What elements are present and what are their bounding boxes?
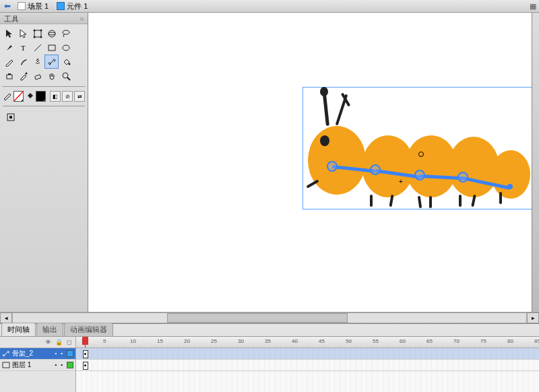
lock-dot[interactable]: •: [61, 362, 63, 368]
svg-rect-20: [9, 116, 12, 119]
swap-colors-button[interactable]: ⇄: [74, 91, 85, 102]
bottom-panel: 时间轴 输出 动画编辑器 👁 🔒 ◻ 骨架_2••图层 1•• 15101520…: [0, 323, 539, 392]
caterpillar-artwork[interactable]: +: [303, 87, 532, 208]
outline-header-icon[interactable]: ◻: [67, 339, 71, 346]
keyframe[interactable]: [83, 362, 88, 370]
svg-point-7: [63, 30, 69, 34]
svg-rect-10: [49, 45, 55, 51]
3d-rotation-tool[interactable]: [44, 26, 59, 40]
right-panel-edge[interactable]: [532, 13, 539, 312]
oval-tool[interactable]: [59, 40, 73, 55]
stage[interactable]: +: [88, 13, 532, 312]
timeline-frames[interactable]: 1510152025303540455055606570758085909510…: [76, 337, 539, 392]
layer-name[interactable]: 图层 1: [12, 360, 53, 370]
tools-grid: T: [0, 24, 88, 85]
tool-options: [0, 108, 88, 126]
svg-rect-21: [3, 362, 9, 368]
fill-swatch[interactable]: [36, 91, 46, 102]
svg-point-4: [40, 36, 42, 38]
scroll-left-button[interactable]: ◂: [0, 313, 12, 323]
transform-origin: +: [399, 178, 403, 185]
breadcrumb-symbol[interactable]: 元件 1: [54, 1, 90, 12]
paint-bucket-tool[interactable]: [59, 55, 73, 69]
stroke-color-icon: [3, 91, 12, 102]
ruler-tick: 60: [400, 338, 406, 344]
svg-point-12: [68, 63, 70, 65]
visibility-header-icon[interactable]: 👁: [45, 339, 51, 346]
tab-anim-editor[interactable]: 动画编辑器: [64, 323, 113, 336]
visibility-dot[interactable]: •: [55, 350, 57, 357]
subselection-tool[interactable]: [16, 26, 30, 40]
snap-option[interactable]: [4, 110, 17, 123]
bw-swatch-button[interactable]: ◧: [50, 91, 61, 102]
leg: [499, 192, 502, 204]
tab-output[interactable]: 输出: [36, 323, 63, 336]
canvas-hscroll[interactable]: ◂ ▸: [0, 312, 539, 323]
bone-joint[interactable]: [457, 172, 468, 183]
symbol-label: 元件 1: [67, 1, 88, 11]
zoom-tool[interactable]: [59, 69, 73, 83]
deco-tool[interactable]: [30, 55, 44, 69]
ruler-tick: 20: [184, 338, 190, 344]
svg-point-5: [49, 30, 55, 37]
scroll-thumb[interactable]: [167, 313, 348, 323]
edit-scene-icon[interactable]: ▦: [530, 2, 536, 11]
lock-dot[interactable]: •: [61, 350, 63, 357]
bone-joint[interactable]: [414, 170, 425, 181]
layer-row[interactable]: 图层 1••: [0, 360, 75, 371]
timeline-ruler[interactable]: 1510152025303540455055606570758085909510…: [76, 337, 539, 348]
ruler-tick: 25: [211, 338, 217, 344]
frame-row[interactable]: [76, 360, 539, 371]
pencil-tool[interactable]: [2, 55, 16, 69]
lock-header-icon[interactable]: 🔒: [55, 339, 63, 346]
breadcrumb-scene[interactable]: 场景 1: [15, 1, 51, 12]
svg-point-3: [33, 36, 35, 38]
bone-joint[interactable]: [370, 164, 381, 175]
line-tool[interactable]: [30, 40, 44, 55]
scroll-right-button[interactable]: ▸: [527, 313, 539, 323]
free-transform-tool[interactable]: [30, 26, 44, 40]
eyedropper-tool[interactable]: [16, 69, 30, 83]
ruler-tick: 1: [82, 338, 84, 344]
ruler-tick: 30: [238, 338, 244, 344]
scroll-track[interactable]: [12, 313, 527, 323]
ruler-tick: 80: [507, 338, 513, 344]
no-color-button[interactable]: ⊘: [62, 91, 73, 102]
ink-bottle-tool[interactable]: [2, 69, 16, 83]
frame-rows[interactable]: [76, 348, 539, 392]
svg-point-6: [49, 32, 55, 35]
stroke-swatch[interactable]: [13, 91, 24, 102]
svg-rect-13: [7, 75, 12, 79]
eraser-tool[interactable]: [30, 69, 44, 83]
playhead[interactable]: [85, 337, 86, 348]
bone-end[interactable]: [507, 184, 513, 189]
panel-menu-icon[interactable]: ≡: [80, 15, 84, 22]
ruler-tick: 70: [453, 338, 459, 344]
bone-joint[interactable]: [327, 161, 338, 172]
text-tool[interactable]: T: [16, 40, 30, 55]
fill-color-icon: [25, 91, 34, 102]
back-button[interactable]: ⬅: [3, 1, 12, 11]
selection-tool[interactable]: [2, 26, 16, 40]
bone-tool[interactable]: [44, 55, 59, 69]
tab-timeline[interactable]: 时间轴: [1, 323, 36, 336]
svg-rect-0: [34, 30, 41, 37]
layer-name[interactable]: 骨架_2: [12, 349, 53, 358]
keyframe[interactable]: [83, 350, 88, 358]
layer-row[interactable]: 骨架_2••: [0, 348, 75, 360]
hand-tool[interactable]: [44, 69, 59, 83]
leg: [370, 195, 373, 207]
outline-swatch[interactable]: [67, 362, 73, 368]
rectangle-tool[interactable]: [44, 40, 59, 55]
pen-tool[interactable]: [2, 40, 16, 55]
eye: [320, 135, 329, 146]
brush-tool[interactable]: [16, 55, 30, 69]
ruler-tick: 45: [319, 338, 325, 344]
svg-point-15: [25, 72, 27, 74]
outline-swatch[interactable]: [67, 350, 73, 357]
registration-point: [418, 152, 424, 157]
frame-row[interactable]: [76, 348, 539, 360]
lasso-tool[interactable]: [59, 26, 73, 40]
visibility-dot[interactable]: •: [55, 362, 57, 368]
timeline: 👁 🔒 ◻ 骨架_2••图层 1•• 151015202530354045505…: [0, 337, 539, 392]
